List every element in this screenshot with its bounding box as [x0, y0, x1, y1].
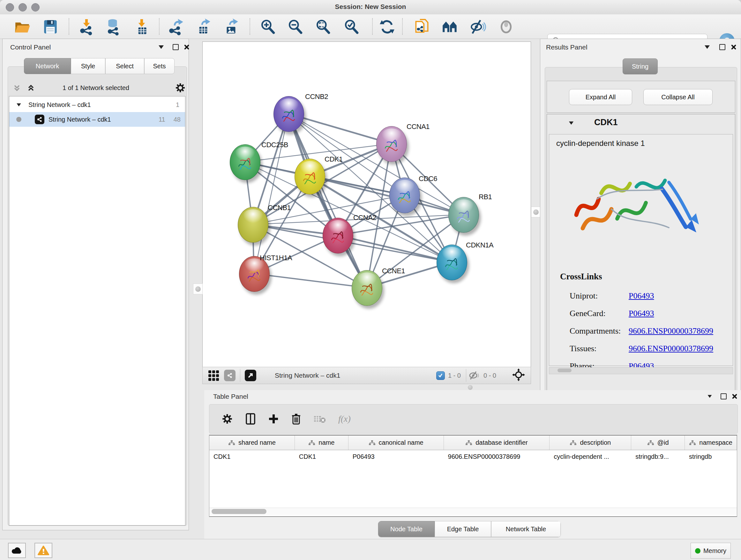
node-RB1[interactable] [448, 197, 479, 233]
show-columns-icon[interactable] [245, 413, 256, 425]
table-gear-icon[interactable] [221, 413, 233, 425]
column-header-database-identifier[interactable]: database identifier [444, 435, 550, 450]
tab-style[interactable]: Style [71, 58, 105, 74]
show-graphics-details-icon[interactable] [496, 18, 516, 36]
close-panel-icon[interactable] [184, 44, 189, 50]
tab-string[interactable]: String [623, 58, 658, 74]
table-cell[interactable]: stringdb [685, 450, 737, 463]
panel-menu-icon[interactable] [158, 45, 164, 49]
column-header-name[interactable]: name [295, 435, 348, 450]
node-CCNA1[interactable] [376, 126, 407, 162]
table-cell[interactable]: CDK1 [295, 450, 348, 463]
open-session-icon[interactable] [12, 18, 32, 36]
edge-CCNA2-CDKN1A[interactable] [338, 235, 452, 262]
column-header-description[interactable]: description [549, 435, 631, 450]
table-horizontal-scrollbar[interactable] [209, 508, 737, 515]
tab-edge-table[interactable]: Edge Table [434, 521, 491, 537]
export-network-icon[interactable] [165, 18, 186, 36]
results-scrollbar[interactable] [549, 367, 733, 374]
network-row-selected[interactable]: String Network – cdk1 11 48 [9, 112, 185, 127]
export-image-icon[interactable] [221, 18, 241, 36]
tree-expander-icon[interactable] [17, 103, 21, 106]
cloud-status-button[interactable] [8, 543, 26, 558]
node-CCNB1[interactable] [238, 207, 268, 243]
gene-expander-icon[interactable] [569, 122, 574, 125]
crosslink-link[interactable]: P06493 [629, 291, 654, 301]
table-cell[interactable]: CDK1 [209, 450, 295, 463]
birds-eye-view-icon[interactable] [245, 370, 256, 381]
edge-CCNB2-HIST1H1A[interactable] [254, 114, 288, 273]
control-panel-tabs: NetworkStyleSelectSets [24, 58, 175, 74]
table-row[interactable]: CDK1CDK1P064939606.ENSP00000378699cyclin… [209, 450, 737, 463]
export-table-icon[interactable] [193, 18, 213, 36]
column-header-canonical-name[interactable]: canonical name [348, 435, 444, 450]
warnings-button[interactable] [35, 543, 52, 558]
tab-select[interactable]: Select [105, 58, 144, 74]
scrollbar-thumb[interactable] [212, 509, 266, 514]
delete-icon[interactable] [291, 413, 301, 425]
float-panel-icon[interactable] [721, 393, 727, 399]
zoom-in-icon[interactable] [258, 18, 278, 36]
zoom-selected-icon[interactable] [341, 18, 362, 36]
memory-button[interactable]: Memory [690, 543, 731, 559]
refresh-icon[interactable] [377, 18, 397, 36]
crosslink-link[interactable]: P06493 [629, 309, 654, 318]
table-cell[interactable]: cyclin-dependent ... [549, 450, 631, 463]
column-header-shared-name[interactable]: shared name [209, 435, 295, 450]
selected-nodes-checkbox[interactable] [436, 371, 445, 380]
node-CDC6[interactable] [389, 178, 420, 213]
float-panel-icon[interactable] [719, 44, 725, 50]
horizontal-splitter-handle[interactable] [468, 385, 473, 390]
import-network-icon[interactable] [76, 18, 97, 36]
expand-all-button[interactable]: Expand All [569, 89, 632, 105]
tab-network-table[interactable]: Network Table [491, 521, 561, 537]
node-label-CCNB1: CCNB1 [268, 204, 291, 212]
add-column-icon[interactable] [268, 414, 279, 424]
column-header--id[interactable]: @id [631, 435, 685, 450]
table-cell[interactable]: P06493 [348, 450, 444, 463]
save-session-icon[interactable] [40, 18, 61, 36]
node-CDK1[interactable] [294, 159, 325, 194]
crosslink-link[interactable]: 9606.ENSP00000378699 [629, 344, 713, 354]
node-CDKN1A[interactable] [436, 245, 467, 280]
panel-menu-icon[interactable] [704, 45, 710, 49]
tab-sets[interactable]: Sets [144, 58, 175, 74]
grid-view-icon[interactable] [208, 370, 219, 381]
table-cell[interactable]: 9606.ENSP00000378699 [444, 450, 550, 463]
node-CCNB2[interactable] [273, 96, 304, 132]
hide-graphics-details-icon[interactable] [468, 18, 488, 36]
tab-network[interactable]: Network [24, 58, 71, 74]
edge-CCNB2-CCNA1[interactable] [288, 114, 391, 144]
edge-CCNE1-HIST1H1A[interactable] [254, 273, 367, 288]
close-panel-icon[interactable] [731, 393, 737, 399]
network-share-view-icon[interactable] [224, 370, 235, 381]
table-cell[interactable]: stringdb:9... [631, 450, 685, 463]
left-splitter-handle[interactable] [193, 284, 203, 294]
tab-node-table[interactable]: Node Table [378, 521, 434, 537]
node-CDC25B[interactable] [230, 144, 260, 180]
annotation-icon[interactable] [412, 18, 432, 36]
crosslink-link[interactable]: 9606.ENSP00000378699 [629, 326, 713, 336]
collapse-all-button[interactable]: Collapse All [643, 89, 713, 105]
hidden-eye-icon[interactable] [468, 371, 480, 380]
network-canvas[interactable]: CCNB2CCNA1CDC25BCDK1CDC6RB1CCNB1CCNA2CDK… [202, 42, 531, 368]
node-CCNA2[interactable] [323, 218, 353, 253]
column-header-namespace[interactable]: namespace [685, 435, 737, 450]
import-table-icon[interactable] [131, 18, 152, 36]
column-sort-icon [647, 440, 654, 446]
network-options-gear-icon[interactable] [175, 82, 186, 95]
network-view-toolbar: String Network – cdk1 1 - 0 0 - 0 [202, 367, 531, 384]
birds-eye-icon[interactable] [440, 18, 460, 36]
close-panel-icon[interactable] [731, 44, 736, 50]
warning-icon [38, 545, 49, 556]
edge-CCNB2-CCNE1[interactable] [288, 114, 367, 288]
network-collection-row[interactable]: String Network – cdk1 1 [9, 98, 185, 112]
node-CCNE1[interactable] [352, 270, 382, 306]
zoom-out-icon[interactable] [285, 18, 306, 36]
import-network-from-database-icon[interactable] [103, 18, 124, 36]
right-splitter-handle[interactable] [531, 206, 541, 217]
fit-selected-icon[interactable] [512, 368, 525, 382]
float-panel-icon[interactable] [173, 44, 179, 50]
panel-menu-icon[interactable] [708, 395, 712, 398]
zoom-fit-icon[interactable] [313, 18, 333, 36]
